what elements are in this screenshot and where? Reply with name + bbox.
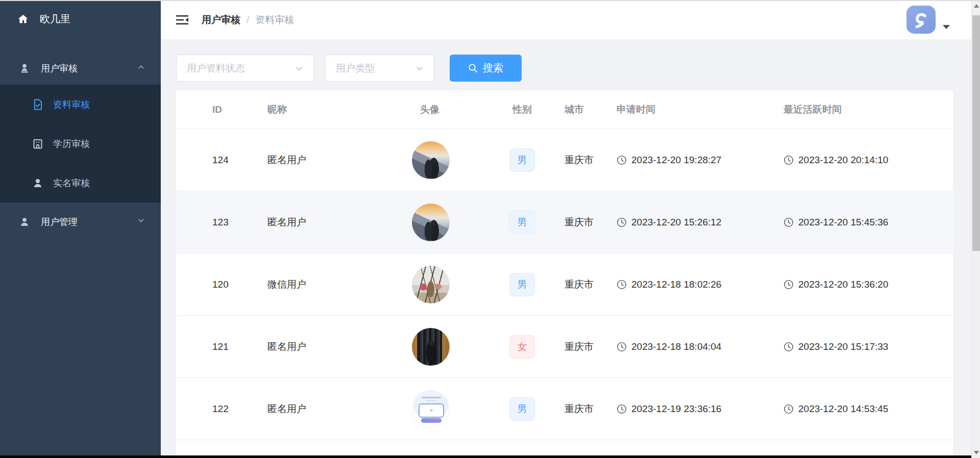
upload-plus-box: + <box>419 403 444 418</box>
table-row[interactable]: 123匿名用户男重庆市2023-12-20 15:26:122023-12-20… <box>176 191 953 253</box>
breadcrumb-separator: / <box>247 14 249 26</box>
gender-badge: 男 <box>509 397 535 421</box>
table-body: 124匿名用户男重庆市2023-12-20 19:28:272023-12-20… <box>176 129 953 456</box>
cell-nickname: 匿名用户 <box>267 402 420 416</box>
clock-icon <box>617 155 627 165</box>
sidebar-submenu: 资料审核学历审核实名审核 <box>0 85 161 202</box>
cell-nickname: 微信用户 <box>267 278 420 291</box>
school-icon <box>32 138 44 150</box>
table-row[interactable]: 122匿名用户+男重庆市2023-12-19 23:36:162023-12-2… <box>176 378 953 440</box>
cell-active-time-text: 2023-12-20 15:45:36 <box>798 217 888 228</box>
scrollbar-down-arrow-icon[interactable] <box>972 448 980 457</box>
cell-apply-time: 2023-12-18 18:02:26 <box>617 279 783 290</box>
cell-avatar <box>420 448 512 456</box>
cell-apply-time-text: 2023-12-20 15:26:12 <box>631 217 721 228</box>
cell-city: 重庆市 <box>565 278 617 291</box>
topbar: 用户审核 / 资料审核 <box>161 0 971 39</box>
clock-icon <box>783 217 794 227</box>
cell-apply-time-text: 2023-12-19 23:36:16 <box>631 403 721 415</box>
upload-pill-button <box>421 418 442 423</box>
cell-avatar <box>420 141 512 179</box>
app-root: 欧几里 用户审核资料审核学历审核实名审核用户管理 用户审核 / 资料审核 <box>0 0 971 458</box>
gender-badge: 女 <box>509 335 535 359</box>
scrollbar-up-arrow-icon[interactable] <box>972 1 980 10</box>
sidebar: 欧几里 用户审核资料审核学历审核实名审核用户管理 <box>0 0 161 458</box>
cell-apply-time-text: 2023-12-18 18:02:26 <box>631 279 721 290</box>
scrollbar-thumb[interactable] <box>972 15 980 251</box>
cell-active-time-text: 2023-12-20 20:14:10 <box>798 155 888 166</box>
sidebar-item-audit[interactable]: 用户审核 <box>0 52 161 85</box>
breadcrumb-current: 资料审核 <box>255 13 294 27</box>
avatar-image[interactable] <box>412 328 450 366</box>
table-row[interactable]: 124匿名用户男重庆市2023-12-20 19:28:272023-12-20… <box>176 129 953 191</box>
search-button[interactable]: 搜索 <box>450 55 522 82</box>
browser-scrollbar[interactable] <box>971 0 980 458</box>
cell-id: 124 <box>176 155 267 166</box>
cell-active-time: 2023-12-20 15:36:20 <box>783 279 953 290</box>
sidebar-menu: 用户审核资料审核学历审核实名审核用户管理 <box>0 52 161 238</box>
avatar-placeholder-textline <box>422 397 441 398</box>
cell-id: 123 <box>176 217 267 228</box>
cell-gender: 男 <box>512 273 565 296</box>
gender-badge: 男 <box>509 148 535 172</box>
sidebar-subitem-doc[interactable]: 资料审核 <box>0 85 161 124</box>
avatar-image[interactable]: + <box>412 390 450 428</box>
avatar-image[interactable] <box>412 141 450 179</box>
gender-badge: 男 <box>509 211 535 234</box>
table-row[interactable] <box>176 440 953 456</box>
gender-badge: 男 <box>509 273 535 296</box>
cell-active-time: 2023-12-20 15:45:36 <box>783 217 953 228</box>
sidebar-subitem-label: 学历审核 <box>53 138 90 150</box>
cell-city: 重庆市 <box>565 154 617 167</box>
topbar-user-area <box>906 6 950 34</box>
chevron-down-icon <box>295 64 303 72</box>
avatar-image[interactable] <box>412 203 450 241</box>
sidebar-item-user[interactable]: 用户管理 <box>0 206 161 238</box>
main-area: 用户审核 / 资料审核 用户资料状态 <box>161 0 971 458</box>
window-top-edge <box>0 0 980 1</box>
sidebar-subitem-label: 资料审核 <box>53 98 90 111</box>
column-header: ID <box>176 104 267 115</box>
table-row[interactable]: 120微信用户男重庆市2023-12-18 18:02:262023-12-20… <box>176 253 953 316</box>
chevron-up-icon <box>137 63 145 74</box>
sidebar-item-label: 用户管理 <box>41 216 78 228</box>
person-icon <box>32 177 44 189</box>
breadcrumb-parent[interactable]: 用户审核 <box>202 13 240 27</box>
clock-icon <box>783 155 794 165</box>
cell-apply-time: 2023-12-20 19:28:27 <box>617 155 783 166</box>
cell-gender: 男 <box>512 211 565 234</box>
window-bottom-edge <box>0 455 971 458</box>
user-menu-caret-icon[interactable] <box>943 25 950 29</box>
avatar-image[interactable] <box>412 266 450 303</box>
cell-apply-time: 2023-12-19 23:36:16 <box>617 403 783 415</box>
chevron-down-icon <box>137 216 145 227</box>
sidebar-subitem-person[interactable]: 实名审核 <box>0 163 161 202</box>
chevron-down-icon <box>415 64 424 72</box>
cell-avatar <box>420 266 512 303</box>
cell-id: 122 <box>176 403 267 415</box>
doc-icon <box>32 98 44 111</box>
user-icon <box>18 216 31 228</box>
clock-icon <box>617 217 627 227</box>
table-header-row: ID昵称头像性别城市申请时间最近活跃时间 <box>176 90 953 129</box>
user-type-select[interactable]: 用户类型 <box>325 55 434 82</box>
sidebar-collapse-icon[interactable] <box>176 14 189 26</box>
column-header: 性别 <box>512 103 565 116</box>
sidebar-subitem-school[interactable]: 学历审核 <box>0 124 161 163</box>
cell-avatar <box>420 328 512 366</box>
clock-icon <box>617 342 627 352</box>
cell-apply-time: 2023-12-18 18:04:04 <box>617 341 783 352</box>
clock-icon <box>617 404 627 414</box>
cell-city: 重庆市 <box>565 216 617 229</box>
column-header: 最近活跃时间 <box>783 103 953 116</box>
cell-gender: 男 <box>512 397 565 421</box>
search-button-label: 搜索 <box>483 61 503 75</box>
clock-icon <box>783 279 794 290</box>
cell-active-time: 2023-12-20 14:53:45 <box>783 403 953 415</box>
table-row[interactable]: 121匿名用户女重庆市2023-12-18 18:04:042023-12-20… <box>176 316 953 378</box>
sidebar-logo-home[interactable]: 欧几里 <box>0 0 161 38</box>
cell-apply-time: 2023-12-20 15:26:12 <box>617 217 783 228</box>
status-select[interactable]: 用户资料状态 <box>176 55 314 82</box>
clock-icon <box>783 404 794 414</box>
user-avatar[interactable] <box>906 6 936 34</box>
